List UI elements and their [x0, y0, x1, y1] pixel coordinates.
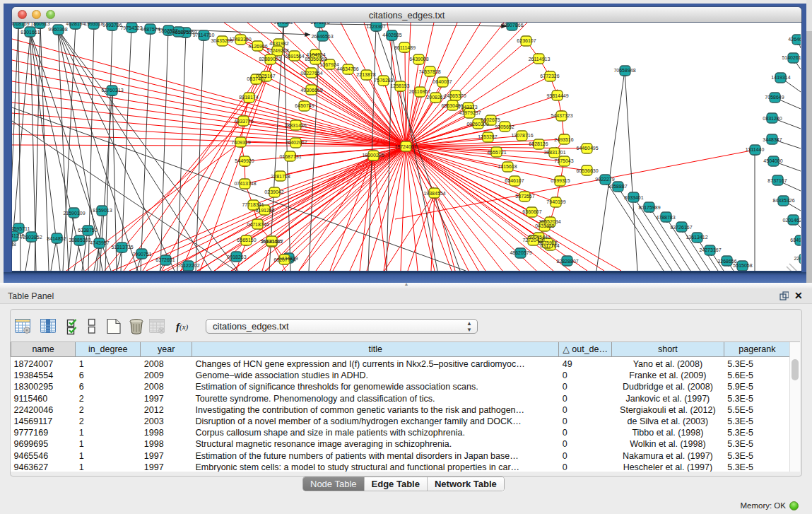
svg-text:0640037: 0640037	[433, 79, 452, 84]
svg-text:1253287: 1253287	[478, 134, 497, 139]
svg-text:6360607: 6360607	[522, 209, 541, 214]
svg-text:1258153: 1258153	[390, 83, 409, 88]
svg-text:44634786: 44634786	[336, 66, 358, 71]
svg-text:4504000: 4504000	[763, 158, 782, 163]
svg-text:1223307: 1223307	[366, 24, 385, 29]
svg-text:7990751: 7990751	[132, 252, 151, 257]
svg-text:6439008: 6439008	[409, 57, 428, 62]
svg-text:5515058: 5515058	[733, 263, 752, 268]
svg-text:6828126: 6828126	[529, 141, 548, 146]
svg-text:8737167: 8737167	[767, 178, 787, 183]
svg-text:28831436: 28831436	[284, 123, 306, 128]
svg-text:1311440: 1311440	[746, 147, 765, 152]
svg-text:4743957: 4743957	[90, 240, 109, 245]
svg-text:56130445: 56130445	[260, 239, 282, 244]
svg-text:41979237: 41979237	[459, 110, 481, 115]
svg-text:4402685: 4402685	[382, 33, 401, 37]
svg-text:13078716: 13078716	[511, 133, 533, 138]
svg-text:60536630: 60536630	[576, 168, 598, 173]
svg-text:22470455: 22470455	[794, 256, 801, 261]
svg-text:2281718: 2281718	[271, 174, 290, 179]
svg-text:21590109: 21590109	[63, 211, 85, 216]
svg-text:30552034: 30552034	[539, 219, 560, 224]
svg-text:6849340: 6849340	[790, 238, 801, 243]
svg-text:02014620: 02014620	[782, 218, 801, 223]
svg-text:38885393: 38885393	[69, 238, 90, 243]
svg-text:83726167: 83726167	[670, 225, 692, 230]
svg-text:97114710: 97114710	[193, 33, 215, 37]
svg-text:6772326: 6772326	[540, 74, 559, 78]
svg-text:(x): (x)	[180, 322, 189, 332]
svg-text:64460495: 64460495	[576, 146, 598, 151]
svg-text:2008261: 2008261	[426, 95, 445, 100]
svg-text:0837407: 0837407	[247, 76, 266, 81]
svg-text:72803852: 72803852	[20, 235, 42, 240]
svg-text:84335326: 84335326	[772, 198, 794, 203]
svg-text:6450749: 6450749	[295, 103, 314, 108]
svg-text:7576283: 7576283	[374, 78, 393, 83]
svg-text:4333776: 4333776	[234, 119, 253, 124]
svg-text:9305652: 9305652	[495, 124, 514, 129]
svg-text:13613412: 13613412	[686, 235, 707, 240]
svg-text:38831701: 38831701	[543, 150, 565, 155]
svg-text:8159013: 8159013	[93, 208, 112, 213]
svg-text:8818174: 8818174	[239, 95, 258, 100]
svg-text:0431955: 0431955	[535, 223, 554, 228]
svg-text:76402067: 76402067	[285, 140, 307, 145]
svg-text:9093786: 9093786	[102, 23, 122, 28]
svg-text:49306668: 49306668	[300, 88, 322, 93]
svg-text:5575918: 5575918	[538, 240, 557, 245]
svg-text:6002675: 6002675	[481, 117, 500, 122]
svg-text:4264628: 4264628	[788, 37, 801, 42]
svg-text:51402614: 51402614	[782, 55, 801, 60]
svg-text:01687731: 01687731	[279, 154, 301, 159]
svg-text:4431982: 4431982	[269, 41, 288, 46]
svg-text:0239042: 0239042	[264, 189, 283, 194]
svg-text:7058649: 7058649	[765, 95, 784, 100]
svg-text:60207764: 60207764	[273, 257, 295, 262]
svg-text:3448347: 3448347	[763, 137, 782, 142]
svg-text:26116957: 26116957	[409, 89, 431, 94]
svg-text:24595711: 24595711	[12, 226, 30, 231]
svg-text:0018263: 0018263	[227, 255, 246, 259]
svg-text:86111489: 86111489	[394, 45, 416, 50]
svg-text:14365370: 14365370	[444, 93, 466, 98]
svg-text:74537838: 74537838	[418, 69, 440, 74]
svg-text:17483380: 17483380	[229, 37, 251, 42]
svg-text:0399315: 0399315	[551, 178, 570, 183]
svg-text:1419314: 1419314	[771, 75, 790, 80]
svg-text:70658948: 70658948	[613, 68, 635, 73]
svg-text:4126906: 4126906	[248, 44, 267, 49]
svg-text:5873557: 5873557	[515, 194, 534, 199]
svg-text:04718746: 04718746	[247, 222, 269, 227]
svg-text:48620579: 48620579	[510, 250, 531, 255]
svg-text:26018159: 26018159	[12, 23, 30, 26]
svg-text:1993518: 1993518	[84, 23, 103, 26]
svg-text:6338750: 6338750	[78, 228, 97, 233]
svg-text:6372651: 6372651	[155, 257, 175, 262]
svg-text:51313735: 51313735	[111, 245, 133, 250]
svg-text:6691564: 6691564	[285, 54, 304, 59]
svg-text:9022279: 9022279	[595, 177, 614, 182]
svg-text:6546107: 6546107	[505, 178, 524, 183]
svg-text:18724007: 18724007	[394, 144, 416, 149]
svg-text:8033401: 8033401	[624, 195, 643, 200]
svg-text:08227654: 08227654	[300, 71, 322, 76]
svg-text:8301661: 8301661	[20, 30, 40, 35]
svg-text:9170342: 9170342	[273, 23, 293, 25]
svg-text:7343373: 7343373	[458, 105, 477, 110]
svg-text:85356068: 85356068	[305, 57, 326, 62]
svg-text:6236107: 6236107	[517, 38, 536, 43]
svg-text:82828807: 82828807	[556, 259, 578, 264]
svg-text:2213878: 2213878	[356, 72, 375, 77]
svg-text:4628194: 4628194	[66, 23, 85, 26]
svg-text:4788783: 4788783	[656, 215, 675, 220]
svg-text:09260309: 09260309	[466, 122, 488, 127]
svg-text:29975288: 29975288	[12, 242, 16, 247]
svg-text:9960308: 9960308	[48, 27, 67, 32]
svg-text:7375043: 7375043	[554, 158, 573, 163]
svg-text:82889093: 82889093	[259, 57, 281, 62]
svg-text:97465075: 97465075	[167, 30, 189, 35]
svg-text:6671276: 6671276	[310, 23, 329, 25]
svg-text:2493516: 2493516	[554, 137, 573, 142]
